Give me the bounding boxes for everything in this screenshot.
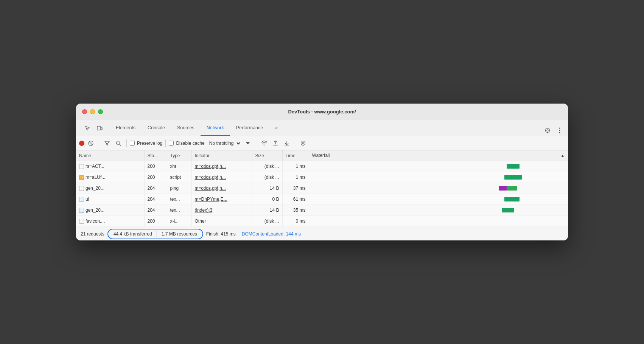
- table-row[interactable]: ui 204 tex... m=DhPYme,E... 0 B 61 ms: [76, 194, 568, 205]
- waterfall-bar: [507, 186, 517, 191]
- waterfall-bar-container: [312, 218, 565, 225]
- devtools-body: Elements Console Sources Network Perform…: [76, 120, 568, 240]
- tab-performance[interactable]: Performance: [230, 120, 269, 136]
- table-row[interactable]: rs=ACT... 200 xhr m=cdos,dpf,h... (disk …: [76, 161, 568, 172]
- throttling-dropdown-icon[interactable]: [243, 138, 253, 148]
- svg-rect-0: [97, 126, 101, 130]
- waterfall-blue-line: [464, 207, 464, 214]
- cell-status: 204: [144, 205, 167, 216]
- settings-network-icon[interactable]: [298, 138, 308, 148]
- wifi-icon[interactable]: [259, 138, 269, 148]
- toolbar-separator-5: [295, 139, 295, 147]
- cell-waterfall: [309, 161, 568, 172]
- status-box-separator: [157, 231, 157, 237]
- more-options-icon[interactable]: [554, 125, 565, 136]
- download-icon[interactable]: [282, 138, 292, 148]
- preserve-log-checkbox[interactable]: [130, 141, 135, 146]
- device-toggle-icon[interactable]: [94, 123, 105, 133]
- cell-time: 0 ms: [282, 216, 309, 227]
- waterfall-red-line: [502, 218, 502, 225]
- cell-type: script: [167, 172, 191, 183]
- cell-time: 37 ms: [282, 183, 309, 194]
- waterfall-red-line: [502, 196, 502, 203]
- cell-waterfall: [309, 194, 568, 205]
- clear-icon[interactable]: [86, 138, 96, 148]
- title-bar: DevTools - www.google.com/: [76, 104, 568, 120]
- cell-size: (disk ...: [252, 216, 282, 227]
- tabs-right-icons: [542, 125, 565, 136]
- col-header-status[interactable]: Sta...: [144, 150, 167, 161]
- svg-rect-1: [101, 127, 102, 130]
- devtools-window: DevTools - www.google.com/ Ele: [76, 104, 568, 240]
- tab-more[interactable]: »: [269, 120, 284, 136]
- cell-type: x-i...: [167, 216, 191, 227]
- waterfall-bar: [504, 175, 522, 180]
- cell-status: 200: [144, 216, 167, 227]
- cell-type: tex...: [167, 194, 191, 205]
- waterfall-bar: [502, 208, 514, 212]
- col-header-time[interactable]: Time: [282, 150, 309, 161]
- throttling-select[interactable]: No throttling: [206, 139, 241, 147]
- upload-icon[interactable]: [271, 138, 280, 148]
- record-button[interactable]: [79, 141, 84, 146]
- cell-status: 200: [144, 161, 167, 172]
- cell-size: (disk ...: [252, 161, 282, 172]
- waterfall-bar: [504, 197, 520, 201]
- requests-count: 21 requests: [81, 231, 104, 237]
- col-header-waterfall[interactable]: Waterfall ▲: [309, 150, 568, 161]
- svg-point-4: [559, 132, 560, 133]
- waterfall-bar: [499, 186, 507, 191]
- tab-elements[interactable]: Elements: [110, 120, 142, 136]
- waterfall-bar: [507, 164, 519, 169]
- svg-point-3: [559, 130, 560, 131]
- waterfall-red-line: [502, 163, 502, 170]
- toolbar-separator-2: [126, 139, 127, 147]
- cell-status: 200: [144, 172, 167, 183]
- table-row[interactable]: gen_20... 204 ping m=cdos,dpf,h... 14 B …: [76, 183, 568, 194]
- waterfall-blue-line: [464, 185, 464, 192]
- col-header-size[interactable]: Size: [252, 150, 282, 161]
- status-bar: 21 requests 44.4 kB transferred 1.7 MB r…: [76, 227, 568, 240]
- cell-initiator: m=DhPYme,E...: [191, 194, 252, 205]
- minimize-button[interactable]: [90, 109, 95, 114]
- cell-status: 204: [144, 194, 167, 205]
- svg-point-2: [559, 128, 560, 129]
- close-button[interactable]: [82, 109, 87, 114]
- cell-initiator: m=cdos,dpf,h...: [191, 183, 252, 194]
- table-row[interactable]: gen_20... 204 tex... (index):3 14 B 35 m…: [76, 205, 568, 216]
- disable-cache-checkbox[interactable]: [169, 141, 174, 146]
- tab-console[interactable]: Console: [142, 120, 171, 136]
- cell-name: gen_20...: [76, 205, 144, 216]
- maximize-button[interactable]: [98, 109, 103, 114]
- col-header-type[interactable]: Type: [167, 150, 191, 161]
- cell-waterfall: [309, 172, 568, 183]
- settings-icon[interactable]: [542, 125, 553, 136]
- col-header-initiator[interactable]: Initiator: [191, 150, 252, 161]
- table-row[interactable]: favicon.... 200 x-i... Other (disk ... 0…: [76, 216, 568, 227]
- network-table: Name Sta... Type Initiator Size: [76, 150, 568, 227]
- transfer-resources-box: 44.4 kB transferred 1.7 MB resources: [107, 229, 203, 239]
- cell-type: tex...: [167, 205, 191, 216]
- network-table-container: Name Sta... Type Initiator Size: [76, 150, 568, 227]
- filter-icon[interactable]: [102, 138, 112, 148]
- col-header-name[interactable]: Name: [76, 150, 144, 161]
- tab-network[interactable]: Network: [201, 120, 230, 136]
- cell-name: gen_20...: [76, 183, 144, 194]
- preserve-log-label[interactable]: Preserve log: [130, 141, 162, 146]
- tab-sources[interactable]: Sources: [171, 120, 201, 136]
- cursor-icon[interactable]: [82, 123, 93, 133]
- toolbar-separator-4: [256, 139, 256, 147]
- cell-waterfall: [309, 205, 568, 216]
- cell-initiator: m=cdos,dpf,h...: [191, 172, 252, 183]
- waterfall-blue-line: [464, 174, 464, 181]
- cell-name: favicon....: [76, 216, 144, 227]
- search-icon[interactable]: [114, 138, 123, 148]
- sort-arrow-icon: ▲: [560, 153, 565, 158]
- disable-cache-label[interactable]: Disable cache: [169, 141, 204, 146]
- resources-text: 1.7 MB resources: [162, 231, 197, 237]
- cell-size: 14 B: [252, 183, 282, 194]
- waterfall-bar-container: [312, 185, 565, 192]
- table-row[interactable]: JSm=aLUf... 200 script m=cdos,dpf,h... (…: [76, 172, 568, 183]
- waterfall-bar-container: [312, 207, 565, 214]
- network-toolbar: Preserve log Disable cache No throttling: [76, 136, 568, 150]
